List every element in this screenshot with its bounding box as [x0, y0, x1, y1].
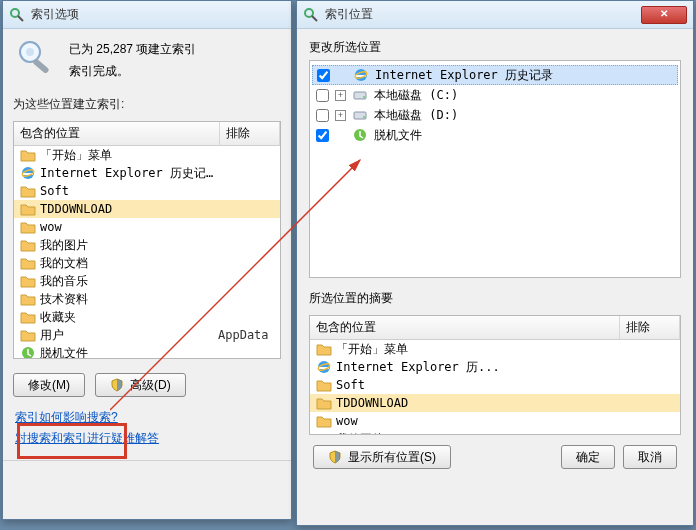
list-item[interactable]: 用户AppData — [14, 326, 280, 344]
titlebar[interactable]: 索引选项 — [3, 1, 291, 29]
folder-icon — [20, 147, 36, 163]
offline-icon — [20, 345, 36, 358]
folder-icon — [20, 255, 36, 271]
locations-list[interactable]: 包含的位置 排除 「开始」菜单Internet Explorer 历史记录Sof… — [13, 121, 281, 359]
list-item[interactable]: 我的音乐 — [14, 272, 280, 290]
index-count-text: 已为 25,287 项建立索引 — [69, 39, 196, 61]
disk-icon — [352, 107, 368, 123]
list-item[interactable]: 我的文档 — [14, 254, 280, 272]
list-item[interactable]: 「开始」菜单 — [14, 146, 280, 164]
svg-point-3 — [26, 48, 34, 56]
list-item[interactable]: Soft — [310, 376, 680, 394]
folder-icon — [316, 413, 332, 429]
advanced-button[interactable]: 高级(D) — [95, 373, 186, 397]
list-item[interactable]: 我的图片 — [14, 236, 280, 254]
svg-point-8 — [305, 9, 313, 17]
disk-icon — [352, 87, 368, 103]
col-included[interactable]: 包含的位置 — [310, 316, 620, 339]
svg-point-0 — [11, 9, 19, 17]
location-checkbox[interactable] — [316, 129, 329, 142]
titlebar[interactable]: 索引位置 ✕ — [297, 1, 693, 29]
link-how-search[interactable]: 索引如何影响搜索? — [15, 407, 279, 427]
window-title: 索引选项 — [31, 6, 285, 23]
summary-list[interactable]: 包含的位置 排除 「开始」菜单Internet Explorer 历...Sof… — [309, 315, 681, 435]
svg-point-13 — [363, 96, 365, 98]
shield-icon — [110, 378, 124, 392]
list-item[interactable]: Soft — [14, 182, 280, 200]
ie-icon — [316, 359, 332, 375]
list-item[interactable]: wow — [310, 412, 680, 430]
location-checkbox[interactable] — [317, 69, 330, 82]
list-header: 包含的位置 排除 — [310, 316, 680, 340]
ok-button[interactable]: 确定 — [561, 445, 615, 469]
summary-label: 所选位置的摘要 — [309, 290, 681, 307]
folder-icon — [316, 341, 332, 357]
svg-line-9 — [312, 16, 317, 21]
folder-icon — [20, 327, 36, 343]
close-button[interactable]: ✕ — [641, 6, 687, 24]
tree-row[interactable]: Internet Explorer 历史记录 — [312, 65, 678, 85]
folder-icon — [316, 431, 332, 434]
expand-toggle[interactable]: + — [335, 110, 346, 121]
modify-button[interactable]: 修改(M) — [13, 373, 85, 397]
list-item[interactable]: Internet Explorer 历史记录 — [14, 164, 280, 182]
show-all-button[interactable]: 显示所有位置(S) — [313, 445, 451, 469]
shield-icon — [328, 450, 342, 464]
folder-icon — [316, 377, 332, 393]
cancel-button[interactable]: 取消 — [623, 445, 677, 469]
list-item[interactable]: 技术资料 — [14, 290, 280, 308]
folder-icon — [20, 273, 36, 289]
folder-icon — [20, 201, 36, 217]
change-locations-label: 更改所选位置 — [309, 39, 681, 56]
index-icon — [13, 35, 59, 81]
folder-icon — [20, 183, 36, 199]
folder-icon — [20, 219, 36, 235]
location-checkbox[interactable] — [316, 109, 329, 122]
col-exclude[interactable]: 排除 — [220, 122, 280, 145]
list-item[interactable]: TDDOWNLOAD — [310, 394, 680, 412]
list-item[interactable]: Internet Explorer 历... — [310, 358, 680, 376]
list-item[interactable]: 收藏夹 — [14, 308, 280, 326]
col-exclude[interactable]: 排除 — [620, 316, 680, 339]
offline-icon — [352, 127, 368, 143]
list-item[interactable]: TDDOWNLOAD — [14, 200, 280, 218]
svg-point-15 — [363, 116, 365, 118]
expand-toggle[interactable]: + — [335, 90, 346, 101]
ie-icon — [20, 165, 36, 181]
list-item[interactable]: 「开始」菜单 — [310, 340, 680, 358]
list-item[interactable]: 脱机文件 — [14, 344, 280, 358]
tree-row[interactable]: 脱机文件 — [312, 125, 678, 145]
magnifier-icon — [9, 7, 25, 23]
folder-icon — [20, 309, 36, 325]
magnifier-icon — [303, 7, 319, 23]
link-troubleshoot[interactable]: 对搜索和索引进行疑难解答 — [15, 428, 279, 448]
location-checkbox[interactable] — [316, 89, 329, 102]
locations-label: 为这些位置建立索引: — [3, 92, 291, 117]
svg-line-1 — [18, 16, 23, 21]
ie-icon — [353, 67, 369, 83]
folder-icon — [316, 395, 332, 411]
index-status-text: 索引完成。 — [69, 61, 196, 83]
svg-rect-4 — [32, 58, 50, 74]
index-options-window: 索引选项 已为 25,287 项建立索引 索引完成。 为这些位置建立索引: 包含… — [2, 0, 292, 520]
index-locations-window: 索引位置 ✕ 更改所选位置 Internet Explorer 历史记录+本地磁… — [296, 0, 694, 526]
tree-row[interactable]: +本地磁盘 (C:) — [312, 85, 678, 105]
list-header: 包含的位置 排除 — [14, 122, 280, 146]
folder-icon — [20, 237, 36, 253]
list-item[interactable]: wow — [14, 218, 280, 236]
locations-tree[interactable]: Internet Explorer 历史记录+本地磁盘 (C:)+本地磁盘 (D… — [309, 60, 681, 278]
tree-row[interactable]: +本地磁盘 (D:) — [312, 105, 678, 125]
list-item[interactable]: 我的图片 — [310, 430, 680, 434]
folder-icon — [20, 291, 36, 307]
window-title: 索引位置 — [325, 6, 635, 23]
col-included[interactable]: 包含的位置 — [14, 122, 220, 145]
